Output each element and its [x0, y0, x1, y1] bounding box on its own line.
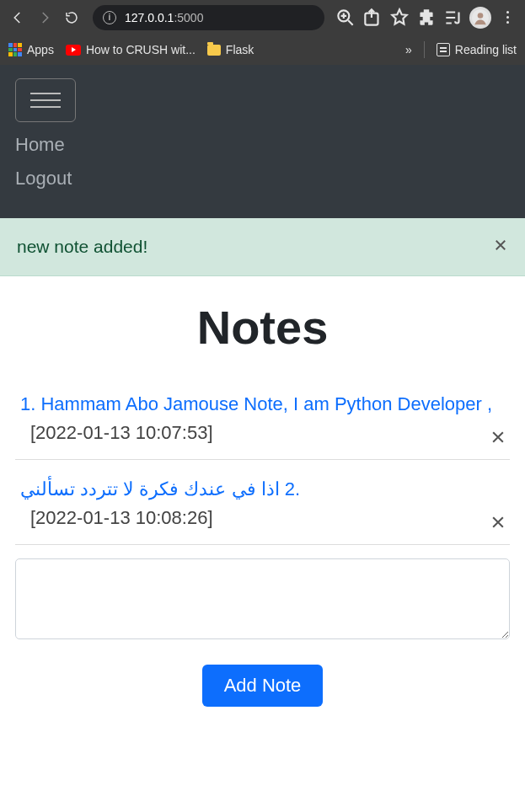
note-item: 1. Hammam Abo Jamouse Note, I am Python … [15, 385, 510, 460]
note-text: Hammam Abo Jamouse Note, I am Python Dev… [40, 393, 492, 414]
note-link[interactable]: اذا في عندك فكرة لا تتردد تسألني 2. [20, 475, 505, 504]
nav-link-home[interactable]: Home [15, 134, 510, 156]
note-item: اذا في عندك فكرة لا تتردد تسألني 2. [202… [15, 470, 510, 545]
profile-avatar[interactable] [469, 7, 491, 29]
bookmark-flask[interactable]: Flask [207, 43, 254, 56]
bookmarks-bar: Apps How to CRUSH wit... Flask » Reading… [0, 35, 525, 65]
divider [424, 41, 425, 58]
folder-icon [207, 45, 221, 56]
back-button[interactable] [7, 7, 29, 29]
add-note-button[interactable]: Add Note [202, 665, 324, 707]
note-index: 1. [20, 393, 35, 414]
apps-icon [8, 43, 22, 56]
reading-list-label: Reading list [455, 43, 517, 56]
svg-point-3 [478, 13, 484, 19]
note-text: اذا في عندك فكرة لا تتردد تسألني [20, 478, 280, 499]
url-path: :5000 [174, 11, 203, 24]
browser-toolbar: i 127.0.0.1:5000 [0, 0, 525, 35]
alert-close-button[interactable] [493, 237, 508, 257]
note-timestamp: [2022-01-13 10:08:26] [30, 507, 505, 529]
main-content: Notes 1. Hammam Abo Jamouse Note, I am P… [0, 300, 525, 722]
reading-list-icon [437, 43, 450, 56]
info-icon: i [103, 11, 116, 24]
note-textarea[interactable] [15, 558, 510, 639]
nav-link-logout[interactable]: Logout [15, 168, 510, 190]
bookmark-youtube[interactable]: How to CRUSH wit... [66, 43, 196, 56]
toolbar-right-icons [335, 7, 518, 29]
share-icon[interactable] [362, 7, 383, 29]
alert-message: new note added! [17, 237, 147, 257]
extensions-icon[interactable] [415, 7, 437, 29]
menu-button[interactable] [496, 7, 518, 29]
note-timestamp: [2022-01-13 10:07:53] [30, 422, 505, 444]
nav-toggler-button[interactable] [15, 78, 76, 122]
address-bar[interactable]: i 127.0.0.1:5000 [93, 5, 324, 30]
reading-list-button[interactable]: Reading list [437, 43, 517, 56]
url-host: 127.0.0.1 [125, 11, 174, 24]
alert-success: new note added! [0, 218, 525, 276]
bookmark-star-icon[interactable] [388, 7, 410, 29]
forward-button[interactable] [34, 7, 56, 29]
note-index: 2. [285, 478, 300, 499]
youtube-icon [66, 45, 81, 56]
bookmark-apps-label: Apps [27, 43, 54, 56]
note-delete-button[interactable] [490, 514, 506, 534]
reload-button[interactable] [61, 7, 83, 29]
bookmark-youtube-label: How to CRUSH wit... [86, 43, 196, 56]
bookmark-apps[interactable]: Apps [8, 43, 54, 56]
site-navbar: Home Logout [0, 65, 525, 218]
zoom-icon[interactable] [335, 7, 356, 29]
media-icon[interactable] [442, 7, 464, 29]
note-delete-button[interactable] [490, 429, 506, 449]
page-title: Notes [15, 300, 510, 355]
bookmark-flask-label: Flask [226, 43, 254, 56]
bookmark-overflow[interactable]: » [405, 43, 412, 56]
note-link[interactable]: 1. Hammam Abo Jamouse Note, I am Python … [20, 390, 505, 419]
